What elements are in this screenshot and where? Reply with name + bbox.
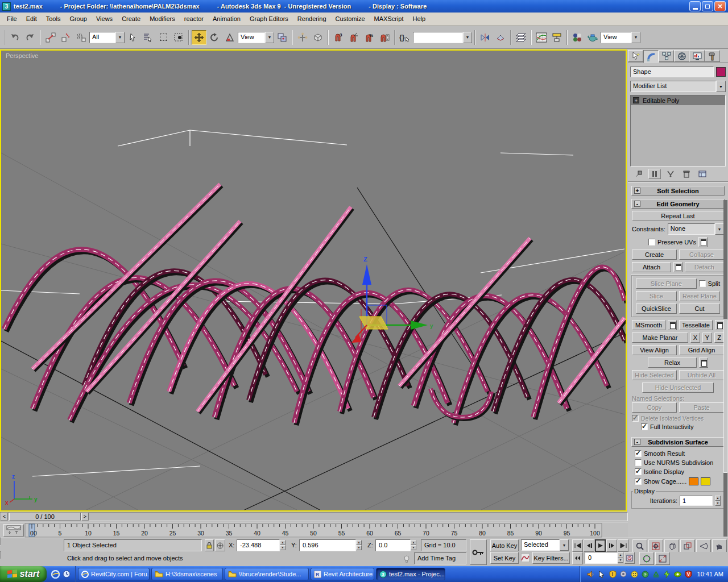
percent-snap-toggle-button[interactable]: % xyxy=(362,30,377,45)
full-interactivity-checkbox[interactable] xyxy=(641,423,648,430)
render-preset-arrow-icon[interactable] xyxy=(631,32,640,43)
zoom-all-button[interactable] xyxy=(648,539,663,552)
track-bar[interactable]: 0510152025303540455055606570758085909510… xyxy=(0,522,628,538)
isoline-display-checkbox[interactable] xyxy=(635,468,642,475)
tray-power-icon[interactable] xyxy=(663,570,671,579)
iterations-spinner[interactable]: ▲▼ xyxy=(715,496,721,506)
go-to-end-button[interactable] xyxy=(618,539,628,552)
panel-scrollbar[interactable] xyxy=(723,200,727,537)
repeat-last-button[interactable]: Repeat Last xyxy=(632,211,724,221)
next-frame-arrow[interactable]: > xyxy=(81,513,89,521)
modifier-stack[interactable]: + Editable Poly xyxy=(630,95,726,167)
relax-settings-button[interactable] xyxy=(699,357,708,368)
scrollbar-thumb[interactable] xyxy=(723,319,727,473)
key-mode-combo[interactable]: Selected xyxy=(521,539,569,551)
snap-toggle-3d-button[interactable]: 3 xyxy=(331,30,346,45)
preserve-uvs-checkbox[interactable] xyxy=(648,239,655,246)
current-frame-field[interactable]: 0 xyxy=(585,552,618,564)
iterations-field[interactable]: 1 xyxy=(680,496,713,506)
auto-key-button[interactable]: Auto Key xyxy=(490,539,519,551)
use-nurms-checkbox[interactable] xyxy=(635,459,642,466)
reference-coordinate-combo[interactable]: View xyxy=(238,32,274,43)
time-tag-icon[interactable] xyxy=(403,555,411,563)
cage-selected-color-swatch[interactable] xyxy=(701,477,710,485)
redo-button[interactable] xyxy=(23,30,38,45)
tray-recycle-icon[interactable] xyxy=(652,570,660,579)
render-setup-button[interactable] xyxy=(585,30,600,45)
time-slider-track[interactable] xyxy=(0,512,628,521)
bind-to-space-warp-button[interactable] xyxy=(74,30,89,45)
make-planar-z-button[interactable]: Z xyxy=(714,332,724,343)
rollout-subdivision-surface[interactable]: - Subdivision Surface xyxy=(631,437,725,447)
play-button[interactable] xyxy=(595,539,606,552)
add-time-tag-field[interactable]: Add Time Tag xyxy=(414,552,466,564)
align-button[interactable] xyxy=(493,30,508,45)
perspective-viewport[interactable]: Perspective Z y z y x xyxy=(0,49,627,512)
make-planar-y-button[interactable]: Y xyxy=(702,332,712,343)
rollout-edit-geometry[interactable]: - Edit Geometry xyxy=(631,199,725,209)
msmooth-settings-button[interactable] xyxy=(668,320,677,330)
time-slider-button[interactable]: 0 / 100 xyxy=(9,513,81,521)
undo-button[interactable] xyxy=(7,30,22,45)
taskbar-task-2[interactable]: \\bruce\render\Stude... xyxy=(225,568,309,580)
unlink-selection-button[interactable] xyxy=(59,30,73,45)
configure-modifier-sets-button[interactable] xyxy=(696,169,709,179)
key-mode-arrow-icon[interactable] xyxy=(560,539,569,551)
menu-customize[interactable]: Customize xyxy=(331,14,370,24)
key-filters-button[interactable]: Key Filters... xyxy=(532,552,570,564)
select-and-manipulate-button[interactable] xyxy=(295,30,310,45)
attach-settings-button[interactable] xyxy=(673,262,682,272)
tab-create[interactable] xyxy=(628,50,643,62)
open-mini-curve-editor-button[interactable] xyxy=(3,524,24,537)
taskbar-task-4[interactable]: 3test2.max - Projec... xyxy=(376,568,445,580)
coord-z-spinner[interactable]: ▲▼ xyxy=(411,540,416,550)
rollout-soft-selection[interactable]: + Soft Selection xyxy=(631,186,725,196)
select-and-scale-button[interactable] xyxy=(222,30,237,45)
menu-graph-editors[interactable]: Graph Editors xyxy=(245,14,293,24)
quicklaunch-app-icon[interactable] xyxy=(62,570,71,579)
maxscript-mini-listener-white[interactable] xyxy=(0,551,1,559)
taskbar-task-0[interactable]: RevitCity.com | Foru... xyxy=(78,568,150,580)
previous-frame-arrow[interactable]: < xyxy=(1,513,8,521)
constraints-dropdown[interactable]: None xyxy=(668,223,724,235)
key-mode-toggle-button[interactable] xyxy=(572,552,583,564)
make-unique-button[interactable] xyxy=(664,169,677,179)
edit-named-selection-sets-button[interactable]: {} xyxy=(398,30,412,45)
msmooth-button[interactable]: MSmooth xyxy=(632,320,665,330)
pin-stack-button[interactable] xyxy=(632,169,645,179)
menu-tools[interactable]: Tools xyxy=(42,14,65,24)
window-crossing-toggle-button[interactable] xyxy=(171,30,186,45)
relax-button[interactable]: Relax xyxy=(648,357,697,368)
named-selection-arrow-icon[interactable] xyxy=(463,32,472,43)
menu-views[interactable]: Views xyxy=(92,14,117,24)
constraints-arrow-icon[interactable] xyxy=(715,223,724,235)
tab-modify[interactable] xyxy=(643,50,659,63)
menu-file[interactable]: File xyxy=(2,14,22,24)
select-object-button[interactable] xyxy=(125,30,140,45)
cut-button[interactable]: Cut xyxy=(679,304,720,314)
menu-modifiers[interactable]: Modifiers xyxy=(145,14,180,24)
smooth-result-checkbox[interactable] xyxy=(635,450,642,457)
view-align-button[interactable]: View Align xyxy=(632,345,677,355)
named-selection-combo[interactable] xyxy=(413,32,472,43)
remove-modifier-button[interactable] xyxy=(680,169,693,179)
preserve-uvs-settings-button[interactable] xyxy=(698,237,708,247)
coord-y-spinner[interactable]: ▲▼ xyxy=(356,540,362,550)
object-color-swatch[interactable] xyxy=(716,67,726,77)
menu-create[interactable]: Create xyxy=(117,14,145,24)
coord-y-field[interactable]: 0.596 xyxy=(299,539,356,551)
stack-expand-icon[interactable]: + xyxy=(633,97,639,103)
frame-spinner[interactable]: ▲▼ xyxy=(618,552,623,563)
coord-z-field[interactable]: 0.0 xyxy=(375,539,411,551)
set-key-button[interactable]: Set Key xyxy=(490,552,519,564)
zoom-extents-all-button[interactable] xyxy=(680,539,695,552)
next-frame-button[interactable] xyxy=(606,539,617,552)
menu-rendering[interactable]: Rendering xyxy=(293,14,331,24)
zoom-extents-button[interactable] xyxy=(664,539,679,552)
absolute-offset-toggle[interactable] xyxy=(215,539,225,551)
select-and-link-button[interactable] xyxy=(43,30,58,45)
layer-manager-button[interactable] xyxy=(514,30,528,45)
frame-ruler[interactable]: 0510152025303540455055606570758085909510… xyxy=(0,522,628,538)
tray-nvidia-icon[interactable] xyxy=(673,570,682,579)
tray-pointer-icon[interactable] xyxy=(598,570,606,579)
